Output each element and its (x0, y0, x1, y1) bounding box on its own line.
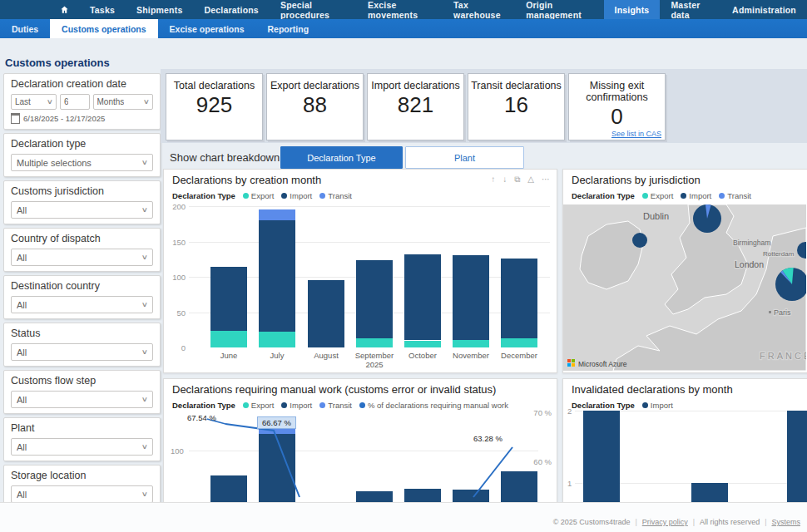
bar-segment-export[interactable] (501, 338, 537, 347)
nav-item-shipments[interactable]: Shipments (126, 0, 193, 19)
nav-item-master-data[interactable]: Master data (660, 0, 721, 19)
breakdown-option-declaration-type[interactable]: Declaration Type (280, 146, 403, 169)
y-axis-tick: 0 (171, 343, 186, 352)
bar-segment-export[interactable] (404, 341, 441, 348)
bar-segment-import[interactable] (787, 411, 807, 503)
relative-period-select[interactable]: Last∨ (11, 94, 57, 110)
y-axis-tick: 50 (171, 308, 186, 318)
jurisdiction-map[interactable]: DublinBirminghamLondonRotterdamParisFRAN… (563, 204, 806, 371)
nav-item-declarations[interactable]: Declarations (193, 0, 269, 19)
chart-title: Declarations by jurisdiction (572, 174, 701, 186)
bar-segment-import[interactable] (404, 254, 441, 341)
dashboard-root: TasksShipmentsDeclarationsSpecial proced… (0, 0, 807, 532)
nav-item-excise-movements[interactable]: Excise movements (357, 0, 443, 19)
legend-dot (281, 193, 287, 199)
bar-segment-import[interactable] (501, 471, 537, 504)
bar-segment-import[interactable] (501, 259, 537, 338)
footer-link-privacy-policy[interactable]: Privacy policy (642, 518, 688, 526)
legend-item-import[interactable]: Import (681, 191, 711, 200)
storage-location-select[interactable]: All∨ (11, 485, 153, 503)
period-unit-select[interactable]: Months∨ (93, 94, 154, 110)
legend-title: Declaration Type (172, 401, 235, 410)
chevron-down-icon: ∨ (141, 348, 148, 356)
drill-down-icon[interactable]: ↓ (503, 175, 507, 185)
period-amount-input[interactable]: 6 (60, 94, 90, 110)
legend-item-transit[interactable]: Transit (719, 191, 751, 200)
pyramid-icon[interactable]: △ (527, 175, 534, 185)
breakdown-option-plant[interactable]: Plant (405, 146, 524, 169)
bar-segment-import[interactable] (453, 255, 489, 340)
map-city-label: Dublin (643, 211, 669, 221)
drill-up-icon[interactable]: ↑ (491, 175, 495, 185)
legend-item-import[interactable]: Import (281, 401, 312, 410)
bar-segment-import[interactable] (210, 267, 247, 331)
legend-item-export[interactable]: Export (642, 191, 673, 200)
declaration-type-select[interactable]: Multiple selections∨ (11, 154, 153, 171)
map-bubble[interactable] (693, 204, 721, 233)
filter-customs-jurisdiction: Customs jurisdictionAll∨ (3, 180, 161, 224)
chevron-down-icon: ∨ (141, 490, 148, 498)
chart-legend: Declaration TypeExportImportTransit (572, 191, 751, 200)
chart-legend: Declaration TypeExportImportTransit% of … (172, 401, 508, 410)
kpi-value: 0 (569, 104, 665, 130)
bar-segment-import[interactable] (356, 260, 393, 338)
nav-item-origin-management[interactable]: Origin management (515, 0, 603, 19)
y-axis-tick: 100 (171, 446, 184, 456)
plant-select[interactable]: All∨ (11, 438, 153, 456)
home-button[interactable] (50, 0, 79, 19)
data-label: 67.54 % (187, 413, 216, 422)
bar-segment-import[interactable] (259, 220, 295, 332)
customs-flow-step-select[interactable]: All∨ (11, 391, 153, 408)
tab-excise-operations[interactable]: Excise operations (158, 19, 256, 38)
bar-segment-import[interactable] (308, 280, 344, 347)
bar-segment-export[interactable] (259, 332, 295, 347)
nav-item-special-procedures[interactable]: Special procedures (270, 0, 357, 19)
legend-item-export[interactable]: Export (243, 401, 274, 410)
bar-segment-import[interactable] (210, 475, 247, 504)
map-city-label: FRANCE (760, 351, 806, 361)
nav-item-tax-warehouse[interactable]: Tax warehouse (443, 0, 515, 19)
kpi-value: 925 (166, 92, 262, 118)
chart-title: Declarations requiring manual work (cust… (172, 383, 496, 396)
tab-duties[interactable]: Duties (0, 19, 50, 38)
bar-segment-transit[interactable] (259, 209, 295, 220)
status-select[interactable]: All∨ (11, 343, 153, 361)
bar-segment-export[interactable] (453, 340, 489, 347)
footer-link-systems[interactable]: Systems (771, 518, 800, 526)
nav-item-insights[interactable]: Insights (604, 0, 661, 19)
bar-segment-export[interactable] (356, 338, 393, 347)
expand-icon[interactable]: ⧉ (514, 175, 520, 185)
legend-item-of-declarations-requiring-manual-work[interactable]: % of declarations requiring manual work (359, 401, 508, 410)
legend-item-transit[interactable]: Transit (319, 191, 352, 200)
filter-title: Declaration type (11, 138, 153, 150)
filter-customs-flow-step: Customs flow stepAll∨ (3, 370, 161, 414)
destination-country-select[interactable]: All∨ (11, 296, 153, 313)
kpi-title: Import declarations (368, 80, 463, 91)
kpi-band: Total declarations925Export declarations… (161, 69, 807, 143)
map-city-label: London (735, 259, 764, 269)
footer-text: © 2025 Customs4trade (553, 518, 631, 526)
bar-segment-import[interactable] (259, 434, 295, 504)
date-range-text: 6/18/2025 - 12/17/2025 (23, 114, 105, 123)
chevron-down-icon: ∨ (141, 301, 148, 308)
nav-item-administration[interactable]: Administration (721, 0, 807, 19)
more-icon[interactable]: ⋯ (542, 175, 550, 185)
bar-segment-import[interactable] (583, 411, 620, 503)
tab-customs-operations[interactable]: Customs operations (50, 19, 158, 38)
bar-segment-export[interactable] (210, 331, 247, 347)
sub-navigation: DutiesCustoms operationsExcise operation… (0, 19, 807, 38)
legend-item-transit[interactable]: Transit (319, 401, 352, 410)
see-list-link[interactable]: See list in CAS (611, 130, 661, 138)
filter-title: Destination country (11, 280, 153, 292)
nav-item-tasks[interactable]: Tasks (79, 0, 126, 19)
legend-item-import[interactable]: Import (281, 191, 312, 200)
legend-dot (319, 193, 325, 199)
tab-reporting[interactable]: Reporting (255, 19, 320, 38)
bar-segment-import[interactable] (691, 483, 728, 503)
customs-jurisdiction-select[interactable]: All∨ (11, 201, 153, 219)
country-of-dispatch-select[interactable]: All∨ (11, 249, 153, 266)
legend-item-export[interactable]: Export (243, 191, 274, 200)
map-bubble[interactable] (632, 233, 647, 248)
x-axis-sublabel: 2025 (345, 360, 404, 369)
filter-declaration-type: Declaration typeMultiple selections∨ (3, 133, 161, 177)
